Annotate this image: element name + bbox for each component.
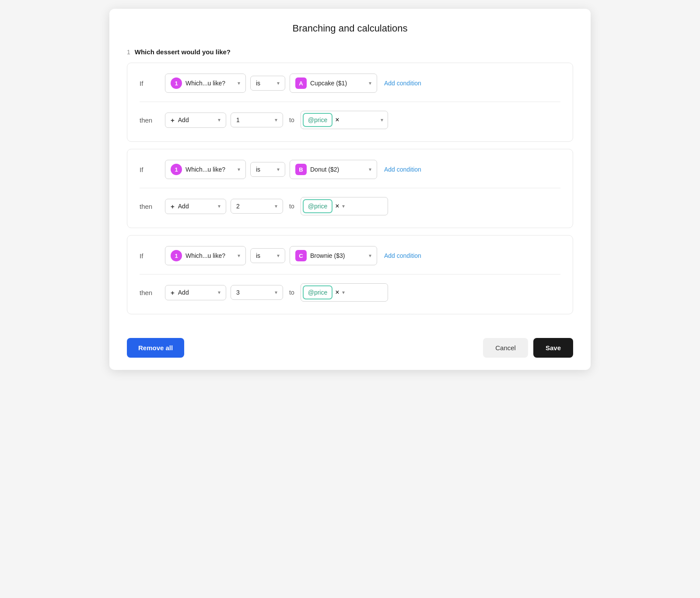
value-dropdown-1[interactable]: 1 ▾ [231, 113, 283, 127]
chevron-val2: ▾ [275, 203, 277, 209]
answer-badge-2: B [295, 164, 307, 175]
modal-title: Branching and calculations [109, 9, 591, 43]
rule-block-1: If 1 Which...u like? ▾ is ▾ A Cupcake [127, 63, 573, 142]
chevron-val1: ▾ [275, 117, 277, 123]
rule-block-2: If 1 Which...u like? ▾ is ▾ B Donut ( [127, 149, 573, 228]
chevron-act1: ▾ [218, 117, 220, 123]
action-value-2: 2 [236, 203, 240, 210]
answer-dropdown-3[interactable]: C Brownie ($3) ▾ [290, 246, 377, 265]
plus-icon-3: + [171, 289, 175, 296]
chevron-c3: ▾ [277, 253, 280, 259]
question-dropdown-3[interactable]: 1 Which...u like? ▾ [165, 246, 246, 265]
chevron-tag1: ▾ [381, 117, 383, 123]
add-condition-btn-2[interactable]: Add condition [382, 164, 424, 175]
question-number: 1 [127, 49, 130, 56]
chevron-q1: ▾ [238, 80, 240, 86]
divider-1 [140, 102, 560, 102]
tag-label-3: @price [308, 289, 328, 296]
then-row-3: then + Add ▾ 3 ▾ to @price × ▾ [140, 283, 560, 302]
condition-dropdown-3[interactable]: is ▾ [250, 248, 285, 263]
answer-dropdown-1[interactable]: A Cupcake ($1) ▾ [290, 74, 377, 93]
question-badge-3: 1 [171, 250, 182, 261]
remove-tag-2[interactable]: × [335, 202, 339, 210]
chevron-act3: ▾ [218, 289, 220, 295]
cancel-button[interactable]: Cancel [483, 338, 528, 358]
action-label-2: Add [178, 203, 189, 210]
if-label-2: If [140, 166, 161, 173]
condition-label-1: is [256, 80, 260, 87]
tag-label-1: @price [308, 116, 328, 123]
answer-badge-1: A [295, 77, 307, 89]
answer-text-1: Cupcake ($1) [310, 80, 347, 87]
chevron-q3: ▾ [238, 253, 240, 259]
tag-wrapper-2[interactable]: @price × ▾ [301, 197, 388, 215]
question-header: 1 Which dessert would you like? [127, 43, 573, 63]
question-badge-1: 1 [171, 77, 182, 89]
answer-text-3: Brownie ($3) [310, 252, 345, 259]
tag-box-1: @price [303, 113, 333, 127]
then-row-1: then + Add ▾ 1 ▾ to @price × ▾ [140, 111, 560, 129]
rule-block-3: If 1 Which...u like? ▾ is ▾ C Brownie [127, 235, 573, 314]
remove-all-button[interactable]: Remove all [127, 338, 184, 358]
add-condition-btn-1[interactable]: Add condition [382, 78, 424, 88]
action-value-1: 1 [236, 116, 240, 123]
chevron-val3: ▾ [275, 289, 277, 295]
if-row-1: If 1 Which...u like? ▾ is ▾ A Cupcake [140, 74, 560, 93]
chevron-c1: ▾ [277, 80, 280, 86]
then-label-3: then [140, 289, 161, 296]
branching-modal: Branching and calculations 1 Which desse… [109, 9, 591, 370]
to-label-1: to [289, 116, 294, 123]
then-row-2: then + Add ▾ 2 ▾ to @price × ▾ [140, 197, 560, 215]
question-dropdown-2[interactable]: 1 Which...u like? ▾ [165, 160, 246, 179]
plus-icon-1: + [171, 116, 175, 124]
question-text-2: Which...u like? [186, 166, 225, 173]
divider-3 [140, 274, 560, 274]
action-dropdown-2[interactable]: + Add ▾ [165, 199, 226, 214]
if-label-1: If [140, 80, 161, 87]
value-dropdown-2[interactable]: 2 ▾ [231, 199, 283, 214]
then-label-1: then [140, 116, 161, 124]
question-label: Which dessert would you like? [135, 48, 231, 56]
to-label-3: to [289, 289, 294, 296]
action-dropdown-3[interactable]: + Add ▾ [165, 285, 226, 300]
chevron-q2: ▾ [238, 166, 240, 172]
answer-text-2: Donut ($2) [310, 166, 339, 173]
chevron-a2: ▾ [369, 166, 371, 172]
tag-box-2: @price [303, 199, 333, 213]
answer-dropdown-2[interactable]: B Donut ($2) ▾ [290, 160, 377, 179]
question-dropdown-1[interactable]: 1 Which...u like? ▾ [165, 74, 246, 93]
chevron-a1: ▾ [369, 80, 371, 86]
action-label-3: Add [178, 289, 189, 296]
action-label-1: Add [178, 116, 189, 123]
tag-wrapper-3[interactable]: @price × ▾ [301, 283, 388, 302]
chevron-a3: ▾ [369, 253, 371, 259]
condition-label-2: is [256, 166, 260, 173]
footer-right-actions: Cancel Save [483, 338, 573, 358]
plus-icon-2: + [171, 203, 175, 210]
action-dropdown-1[interactable]: + Add ▾ [165, 113, 226, 128]
question-text-1: Which...u like? [186, 80, 225, 87]
then-label-2: then [140, 203, 161, 210]
condition-dropdown-2[interactable]: is ▾ [250, 162, 285, 177]
tag-wrapper-1[interactable]: @price × ▾ [301, 111, 388, 129]
question-badge-2: 1 [171, 164, 182, 175]
value-dropdown-3[interactable]: 3 ▾ [231, 285, 283, 300]
remove-tag-3[interactable]: × [335, 288, 339, 296]
remove-tag-1[interactable]: × [335, 116, 339, 124]
chevron-tag3: ▾ [342, 289, 345, 295]
tag-box-3: @price [303, 285, 333, 299]
modal-footer: Remove all Cancel Save [109, 330, 591, 370]
divider-2 [140, 188, 560, 188]
action-value-3: 3 [236, 289, 240, 296]
condition-dropdown-1[interactable]: is ▾ [250, 76, 285, 91]
if-row-3: If 1 Which...u like? ▾ is ▾ C Brownie [140, 246, 560, 265]
if-label-3: If [140, 252, 161, 260]
answer-badge-3: C [295, 250, 307, 261]
chevron-tag2: ▾ [342, 203, 345, 209]
save-button[interactable]: Save [533, 338, 573, 358]
to-label-2: to [289, 203, 294, 210]
modal-body: 1 Which dessert would you like? If 1 Whi… [109, 43, 591, 330]
chevron-c2: ▾ [277, 166, 280, 172]
add-condition-btn-3[interactable]: Add condition [382, 250, 424, 261]
if-row-2: If 1 Which...u like? ▾ is ▾ B Donut ( [140, 160, 560, 179]
